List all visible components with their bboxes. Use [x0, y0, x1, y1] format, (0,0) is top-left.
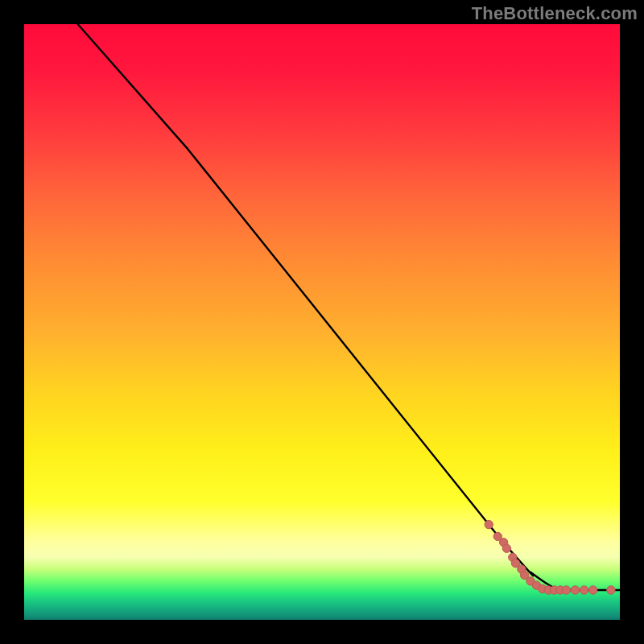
- plot-area: [24, 24, 620, 620]
- svg-point-3: [502, 544, 510, 552]
- bottleneck-markers: [485, 520, 615, 594]
- svg-point-16: [580, 586, 588, 594]
- bottleneck-curve: [78, 24, 620, 590]
- attribution-text: TheBottleneck.com: [472, 3, 638, 24]
- svg-point-17: [589, 586, 597, 594]
- svg-point-15: [571, 586, 579, 594]
- svg-point-18: [607, 586, 615, 594]
- chart-frame: TheBottleneck.com: [0, 0, 644, 644]
- svg-point-0: [485, 520, 493, 528]
- curve-layer: [24, 24, 620, 620]
- svg-point-14: [562, 586, 570, 594]
